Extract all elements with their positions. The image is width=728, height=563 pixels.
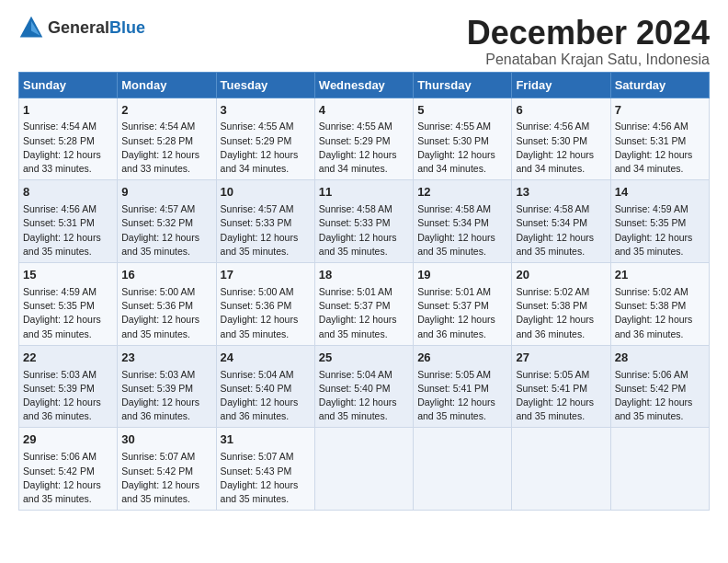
subtitle: Penataban Krajan Satu, Indonesia xyxy=(467,52,710,68)
day-info: Sunrise: 5:06 AM xyxy=(23,450,113,464)
calendar-cell: 9Sunrise: 4:57 AMSunset: 5:32 PMDaylight… xyxy=(118,180,216,263)
week-row-4: 22Sunrise: 5:03 AMSunset: 5:39 PMDayligh… xyxy=(19,345,710,428)
day-info: Sunset: 5:33 PM xyxy=(221,216,311,230)
week-row-1: 1Sunrise: 4:54 AMSunset: 5:28 PMDaylight… xyxy=(19,98,710,180)
calendar-cell: 6Sunrise: 4:56 AMSunset: 5:30 PMDaylight… xyxy=(512,98,610,180)
day-info: Daylight: 12 hours xyxy=(23,478,113,492)
col-header-monday: Monday xyxy=(118,72,216,98)
calendar-cell: 28Sunrise: 5:06 AMSunset: 5:42 PMDayligh… xyxy=(610,345,709,428)
day-info: and 35 minutes. xyxy=(23,245,113,259)
day-info: Daylight: 12 hours xyxy=(221,313,311,327)
week-row-2: 8Sunrise: 4:56 AMSunset: 5:31 PMDaylight… xyxy=(19,180,710,263)
day-info: Sunrise: 5:06 AM xyxy=(615,368,705,382)
day-info: Sunrise: 5:02 AM xyxy=(516,285,606,299)
day-info: Sunrise: 5:01 AM xyxy=(319,285,409,299)
day-info: Daylight: 12 hours xyxy=(23,148,113,162)
week-row-5: 29Sunrise: 5:06 AMSunset: 5:42 PMDayligh… xyxy=(19,428,710,511)
day-info: Daylight: 12 hours xyxy=(417,313,507,327)
day-info: Sunset: 5:29 PM xyxy=(221,134,311,148)
day-info: Sunset: 5:35 PM xyxy=(615,216,705,230)
day-info: Daylight: 12 hours xyxy=(615,148,705,162)
day-number: 29 xyxy=(23,431,113,449)
day-info: Sunset: 5:30 PM xyxy=(417,134,507,148)
day-info: and 34 minutes. xyxy=(319,162,409,176)
day-info: and 35 minutes. xyxy=(417,245,507,259)
day-info: Sunset: 5:32 PM xyxy=(121,216,211,230)
logo-blue: Blue xyxy=(109,18,145,37)
day-info: Sunset: 5:41 PM xyxy=(516,382,606,396)
day-info: and 35 minutes. xyxy=(319,327,409,341)
week-row-3: 15Sunrise: 4:59 AMSunset: 5:35 PMDayligh… xyxy=(19,263,710,346)
day-info: Daylight: 12 hours xyxy=(121,396,211,409)
day-info: Sunrise: 4:57 AM xyxy=(221,202,311,216)
day-info: and 35 minutes. xyxy=(221,327,311,341)
day-info: Sunset: 5:40 PM xyxy=(221,382,311,396)
calendar-cell: 15Sunrise: 4:59 AMSunset: 5:35 PMDayligh… xyxy=(19,263,118,346)
day-info: Sunset: 5:43 PM xyxy=(221,465,311,478)
day-info: Daylight: 12 hours xyxy=(121,231,211,245)
calendar-table: SundayMondayTuesdayWednesdayThursdayFrid… xyxy=(18,72,710,511)
day-number: 19 xyxy=(417,267,507,284)
day-number: 11 xyxy=(319,184,409,201)
day-info: Daylight: 12 hours xyxy=(615,231,705,245)
day-info: Sunset: 5:42 PM xyxy=(121,465,211,478)
col-header-tuesday: Tuesday xyxy=(216,72,314,98)
day-info: and 35 minutes. xyxy=(417,409,507,423)
day-info: and 34 minutes. xyxy=(615,162,705,176)
day-number: 12 xyxy=(417,184,507,201)
day-number: 28 xyxy=(615,350,705,367)
day-info: Daylight: 12 hours xyxy=(516,148,606,162)
day-info: Sunrise: 4:56 AM xyxy=(615,120,705,133)
day-info: and 33 minutes. xyxy=(121,162,211,176)
day-number: 22 xyxy=(23,350,113,367)
day-info: and 35 minutes. xyxy=(121,492,211,506)
day-info: Sunset: 5:29 PM xyxy=(319,134,409,148)
calendar-cell: 21Sunrise: 5:02 AMSunset: 5:38 PMDayligh… xyxy=(610,263,709,346)
day-number: 26 xyxy=(417,350,507,367)
logo: GeneralBlue xyxy=(18,15,145,40)
day-number: 24 xyxy=(221,350,311,367)
day-info: Sunrise: 4:55 AM xyxy=(319,120,409,133)
day-info: and 36 minutes. xyxy=(23,409,113,423)
day-number: 9 xyxy=(121,184,211,201)
calendar-cell: 30Sunrise: 5:07 AMSunset: 5:42 PMDayligh… xyxy=(118,428,216,511)
day-info: Daylight: 12 hours xyxy=(417,396,507,409)
day-number: 23 xyxy=(121,350,211,367)
calendar-cell: 1Sunrise: 4:54 AMSunset: 5:28 PMDaylight… xyxy=(19,98,118,180)
day-number: 8 xyxy=(23,184,113,201)
day-number: 13 xyxy=(516,184,606,201)
header-row: SundayMondayTuesdayWednesdayThursdayFrid… xyxy=(19,72,710,98)
day-info: Sunrise: 5:04 AM xyxy=(221,368,311,382)
day-info: Sunset: 5:36 PM xyxy=(121,299,211,313)
day-info: Sunrise: 4:55 AM xyxy=(417,120,507,133)
day-info: Daylight: 12 hours xyxy=(121,313,211,327)
day-number: 21 xyxy=(615,267,705,284)
day-info: Sunset: 5:41 PM xyxy=(417,382,507,396)
calendar-cell: 5Sunrise: 4:55 AMSunset: 5:30 PMDaylight… xyxy=(414,98,512,180)
calendar-cell: 17Sunrise: 5:00 AMSunset: 5:36 PMDayligh… xyxy=(216,263,314,346)
day-info: Sunset: 5:34 PM xyxy=(417,216,507,230)
day-info: and 35 minutes. xyxy=(516,245,606,259)
day-info: Daylight: 12 hours xyxy=(221,148,311,162)
day-info: and 36 minutes. xyxy=(615,327,705,341)
title-block: December 2024 Penataban Krajan Satu, Ind… xyxy=(467,15,710,68)
day-number: 7 xyxy=(615,102,705,120)
day-info: Sunset: 5:28 PM xyxy=(121,134,211,148)
day-info: Daylight: 12 hours xyxy=(121,478,211,492)
day-number: 2 xyxy=(121,102,211,120)
col-header-wednesday: Wednesday xyxy=(314,72,413,98)
day-info: and 36 minutes. xyxy=(417,327,507,341)
day-info: Sunset: 5:42 PM xyxy=(615,382,705,396)
day-number: 5 xyxy=(417,102,507,120)
day-info: Sunrise: 5:02 AM xyxy=(615,285,705,299)
day-info: Sunset: 5:33 PM xyxy=(319,216,409,230)
day-info: Daylight: 12 hours xyxy=(319,396,409,409)
day-info: Sunrise: 5:07 AM xyxy=(121,450,211,464)
day-number: 27 xyxy=(516,350,606,367)
day-info: Sunrise: 4:58 AM xyxy=(516,202,606,216)
day-info: Sunrise: 5:05 AM xyxy=(417,368,507,382)
day-info: Sunset: 5:42 PM xyxy=(23,465,113,478)
header: GeneralBlue December 2024 Penataban Kraj… xyxy=(18,15,710,68)
day-info: Daylight: 12 hours xyxy=(516,231,606,245)
day-info: and 35 minutes. xyxy=(615,409,705,423)
